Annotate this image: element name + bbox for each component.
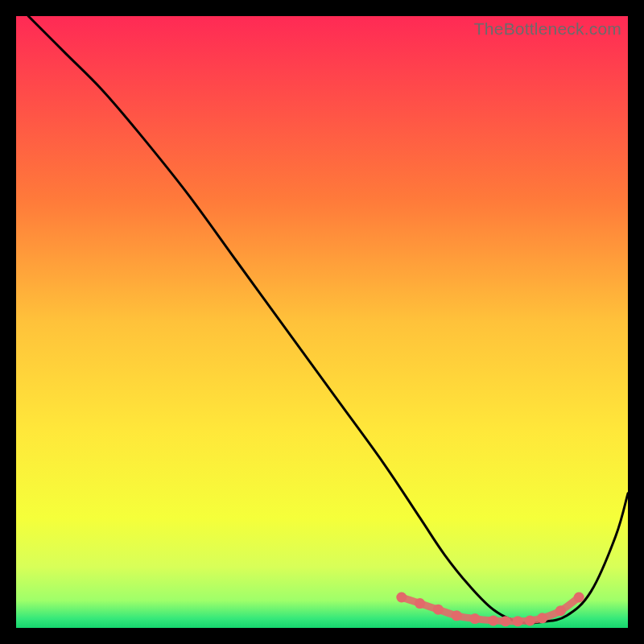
optimal-range-marker	[525, 615, 535, 625]
optimal-range-marker	[452, 610, 462, 621]
optimal-range-marker	[470, 613, 481, 624]
chart-frame: TheBottleneck.com	[16, 16, 628, 628]
watermark-text: TheBottleneck.com	[474, 19, 621, 39]
optimal-range-marker	[433, 605, 444, 615]
optimal-range-marker	[501, 616, 511, 626]
bottleneck-chart	[16, 16, 628, 628]
optimal-range-marker	[415, 598, 425, 609]
optimal-range-marker	[488, 615, 498, 625]
gradient-background	[16, 16, 628, 628]
optimal-range-marker	[537, 613, 547, 623]
optimal-range-marker	[513, 616, 523, 626]
optimal-range-marker	[574, 592, 584, 603]
optimal-range-marker	[396, 592, 407, 603]
optimal-range-marker	[555, 605, 566, 616]
